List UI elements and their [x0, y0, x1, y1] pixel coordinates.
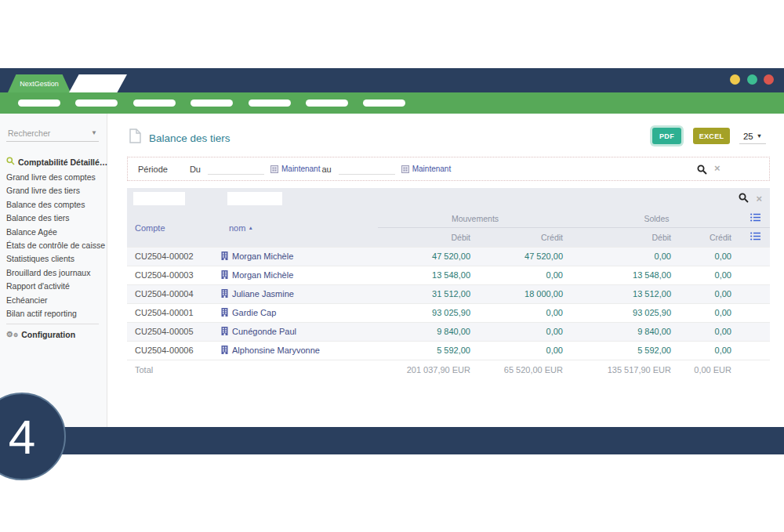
- balance-table-wrap: × Compte nom ▲ Mouvements Soldes: [127, 188, 770, 380]
- sidebar-menu-item[interactable]: Grand livre des tiers: [6, 184, 105, 197]
- page-size-value: 25: [743, 132, 753, 141]
- table-search-icon[interactable]: [739, 193, 749, 204]
- tier-name-link[interactable]: Cunégonde Paul: [232, 327, 296, 336]
- tier-name-link[interactable]: Gardie Cap: [232, 308, 276, 317]
- column-header-soldes-credit[interactable]: Crédit: [681, 227, 741, 247]
- app-window: NextGestion Rechercher ▼ Comptabilité Dé…: [0, 0, 784, 532]
- group-header-soldes: Soldes: [572, 210, 741, 227]
- sidebar-menu-item[interactable]: Balance des comptes: [6, 198, 105, 212]
- configuration-label: Configuration: [21, 330, 75, 339]
- table-row[interactable]: CU2504-00002 Morgan Michèle 47 520,00 47…: [127, 247, 770, 266]
- nom-filter-input[interactable]: [227, 192, 282, 205]
- window-maximize-dot[interactable]: [747, 74, 757, 85]
- brand-tab[interactable]: NextGestion: [8, 74, 71, 92]
- tier-name-link[interactable]: Juliane Jasmine: [232, 289, 294, 299]
- sidebar-menu-item[interactable]: États de contrôle de caisse: [6, 239, 105, 252]
- nav-pill[interactable]: [133, 100, 176, 107]
- table-row[interactable]: CU2504-00006 Alphonsine Maryvonne 5 592,…: [127, 341, 770, 360]
- column-header-mouvements-credit[interactable]: Crédit: [480, 227, 572, 247]
- clear-filter-icon[interactable]: ×: [714, 162, 720, 174]
- tier-name-link[interactable]: Morgan Michèle: [232, 252, 293, 261]
- nav-pill[interactable]: [363, 100, 405, 107]
- date-to-input[interactable]: [339, 164, 395, 175]
- total-soldes-credit: 0,00 EUR: [681, 360, 741, 380]
- to-now-link[interactable]: Maintenant: [412, 165, 451, 173]
- sidebar-search-placeholder: Rechercher: [8, 128, 50, 138]
- sidebar-menu-item[interactable]: Statistiques clients: [6, 252, 105, 266]
- pdf-export-button[interactable]: PDF: [652, 128, 681, 144]
- column-header-soldes-debit[interactable]: Débit: [572, 227, 681, 247]
- to-label: au: [321, 165, 331, 174]
- compte-filter-input[interactable]: [133, 192, 185, 205]
- column-header-nom[interactable]: nom ▲: [221, 210, 378, 247]
- nav-pill[interactable]: [306, 100, 348, 107]
- table-row[interactable]: CU2504-00005 Cunégonde Paul 9 840,00 0,0…: [127, 322, 770, 341]
- table-group-header-row: Compte nom ▲ Mouvements Soldes: [127, 210, 770, 227]
- nav-pill[interactable]: [18, 100, 60, 107]
- sidebar-menu: Grand livre des comptes Grand livre des …: [6, 171, 105, 320]
- tier-name-link[interactable]: Morgan Michèle: [232, 270, 293, 280]
- building-icon: [221, 270, 228, 280]
- sidebar-menu-item[interactable]: Balance Agée: [6, 226, 105, 239]
- table-body: CU2504-00002 Morgan Michèle 47 520,00 47…: [127, 247, 770, 360]
- table-clear-icon[interactable]: ×: [756, 194, 762, 204]
- sidebar-menu-item[interactable]: Rapport d'activité: [6, 280, 105, 293]
- brand-decoration: [69, 74, 127, 92]
- tier-name-link[interactable]: Alphonsine Maryvonne: [232, 346, 320, 355]
- period-filter-panel: Période Du Maintenant au Maintenant ×: [127, 157, 770, 181]
- column-settings-icon[interactable]: [741, 227, 770, 247]
- column-header-compte[interactable]: Compte: [127, 210, 221, 247]
- table-row[interactable]: CU2504-00001 Gardie Cap 93 025,90 0,00 9…: [127, 303, 770, 322]
- table-filter-row: ×: [127, 188, 770, 210]
- datepicker-icon[interactable]: [401, 165, 409, 173]
- building-icon: [221, 289, 228, 299]
- sidebar-search-select[interactable]: Rechercher ▼: [6, 126, 99, 142]
- sidebar-menu-item[interactable]: Brouillard des journaux: [6, 266, 105, 280]
- bottom-bar: [0, 427, 784, 454]
- column-settings-icon[interactable]: [741, 210, 770, 227]
- period-label: Période: [138, 165, 168, 174]
- table-row[interactable]: CU2504-00003 Morgan Michèle 13 548,00 0,…: [127, 266, 770, 284]
- from-now-link[interactable]: Maintenant: [281, 165, 320, 173]
- group-header-mouvements: Mouvements: [378, 210, 572, 227]
- sidebar-menu-item[interactable]: Echéancier: [6, 294, 105, 307]
- sidebar-menu-item[interactable]: Grand livre des comptes: [6, 171, 105, 184]
- nav-pill[interactable]: [191, 100, 233, 107]
- window-minimize-dot[interactable]: [730, 74, 740, 85]
- page-size-select[interactable]: 25 ▼: [739, 128, 766, 144]
- document-icon: [129, 128, 141, 147]
- nav-pill[interactable]: [249, 100, 291, 107]
- total-mouvements-debit: 201 037,90 EUR: [378, 360, 480, 380]
- column-header-mouvements-debit[interactable]: Débit: [378, 227, 480, 247]
- balance-table: × Compte nom ▲ Mouvements Soldes: [127, 188, 770, 380]
- sidebar-item-configuration[interactable]: ⚙⚙ Configuration: [6, 330, 75, 339]
- sidebar-menu-item[interactable]: Bilan actif reporting: [6, 307, 105, 320]
- chevron-down-icon: ▼: [91, 129, 97, 136]
- building-icon: [221, 308, 228, 318]
- from-label: Du: [190, 165, 201, 174]
- sidebar-menu-item[interactable]: Balance des tiers: [6, 212, 105, 225]
- page-header: Balance des tiers PDF EXCEL 25 ▼: [107, 114, 784, 153]
- table-total-row: Total 201 037,90 EUR 65 520,00 EUR 135 5…: [127, 360, 770, 380]
- sort-ascending-icon: ▲: [248, 225, 252, 230]
- total-soldes-debit: 135 517,90 EUR: [572, 360, 681, 380]
- date-from-input[interactable]: [208, 164, 264, 175]
- sidebar-divider: [6, 324, 99, 324]
- window-close-dot[interactable]: [764, 74, 774, 85]
- nav-pill[interactable]: [75, 100, 118, 107]
- total-label: Total: [127, 360, 221, 380]
- excel-export-button[interactable]: EXCEL: [693, 128, 730, 144]
- search-icon[interactable]: [697, 164, 707, 178]
- magnifier-icon: [6, 157, 15, 167]
- sidebar-section-header: Comptabilité Détaillé…: [6, 157, 107, 167]
- building-icon: [221, 252, 228, 262]
- brand-label: NextGestion: [20, 80, 59, 88]
- datepicker-icon[interactable]: [270, 165, 278, 173]
- building-icon: [221, 327, 228, 337]
- table-row[interactable]: CU2504-00004 Juliane Jasmine 31 512,00 1…: [127, 284, 770, 303]
- total-mouvements-credit: 65 520,00 EUR: [480, 360, 572, 380]
- building-icon: [221, 346, 228, 356]
- sidebar: Rechercher ▼ Comptabilité Détaillé… Gran…: [0, 114, 107, 427]
- titlebar: NextGestion: [0, 68, 784, 92]
- sidebar-section-label: Comptabilité Détaillé…: [18, 157, 107, 167]
